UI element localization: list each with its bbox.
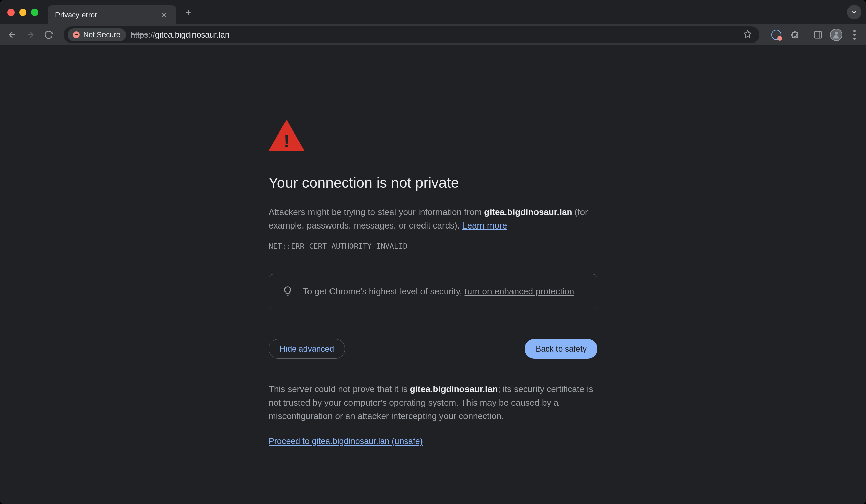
menu-button[interactable] xyxy=(848,28,861,42)
kebab-icon xyxy=(854,30,855,39)
headline: Your connection is not private xyxy=(269,174,597,191)
minimize-window-button[interactable] xyxy=(19,9,26,16)
lightbulb-icon xyxy=(282,286,292,297)
arrow-left-icon xyxy=(8,30,17,39)
notification-badge-icon xyxy=(771,30,781,40)
star-icon xyxy=(743,30,752,38)
url-host: gitea.bigdinosaur.lan xyxy=(155,30,229,39)
side-panel-button[interactable] xyxy=(811,28,825,42)
notifications-button[interactable] xyxy=(769,28,783,42)
profile-button[interactable] xyxy=(830,28,843,42)
page-content: ! Your connection is not private Attacke… xyxy=(0,45,866,504)
enhanced-protection-link[interactable]: turn on enhanced protection xyxy=(465,286,574,296)
button-row: Hide advanced Back to safety xyxy=(269,339,597,359)
reload-button[interactable] xyxy=(41,27,56,42)
warning-host: gitea.bigdinosaur.lan xyxy=(484,207,572,217)
browser-tab[interactable]: Privacy error × xyxy=(48,5,176,24)
toolbar-separator xyxy=(806,30,807,40)
url-scheme: https xyxy=(131,30,148,39)
reload-icon xyxy=(44,30,54,39)
arrow-right-icon xyxy=(26,30,35,39)
warning-body: Attackers might be trying to steal your … xyxy=(269,205,597,232)
tab-bar: Privacy error × + xyxy=(0,0,866,24)
avatar-icon xyxy=(830,29,842,41)
tab-title: Privacy error xyxy=(55,11,155,19)
hide-advanced-button[interactable]: Hide advanced xyxy=(269,339,345,359)
toolbar-actions xyxy=(769,28,861,42)
svg-point-5 xyxy=(834,32,837,35)
close-window-button[interactable] xyxy=(8,9,14,16)
proceed-unsafe-link[interactable]: Proceed to gitea.bigdinosaur.lan (unsafe… xyxy=(269,436,423,446)
bookmark-button[interactable] xyxy=(743,30,752,40)
advanced-host: gitea.bigdinosaur.lan xyxy=(410,384,498,394)
chevron-down-icon xyxy=(851,9,857,15)
tab-search-button[interactable] xyxy=(847,5,861,19)
learn-more-link[interactable]: Learn more xyxy=(462,220,507,230)
error-code: NET::ERR_CERT_AUTHORITY_INVALID xyxy=(269,242,597,251)
new-tab-button[interactable]: + xyxy=(181,5,196,20)
security-label: Not Secure xyxy=(83,31,120,39)
close-tab-icon[interactable]: × xyxy=(159,10,169,20)
not-secure-icon xyxy=(73,32,80,38)
address-bar[interactable]: Not Secure https://gitea.bigdinosaur.lan xyxy=(64,26,759,43)
svg-rect-3 xyxy=(814,32,822,38)
url-text: https://gitea.bigdinosaur.lan xyxy=(131,30,739,39)
person-icon xyxy=(832,30,841,39)
back-button[interactable] xyxy=(5,27,20,42)
toolbar: Not Secure https://gitea.bigdinosaur.lan xyxy=(0,24,866,45)
svg-marker-2 xyxy=(744,31,751,37)
advanced-explanation: This server could not prove that it is g… xyxy=(269,382,597,423)
panel-icon xyxy=(813,30,823,39)
security-chip[interactable]: Not Secure xyxy=(68,28,126,41)
window-controls xyxy=(8,9,38,16)
extensions-button[interactable] xyxy=(788,28,801,42)
maximize-window-button[interactable] xyxy=(31,9,38,16)
tip-text: To get Chrome's highest level of securit… xyxy=(303,286,574,297)
warning-triangle-icon: ! xyxy=(269,120,304,151)
puzzle-icon xyxy=(790,30,799,39)
enhanced-protection-tip: To get Chrome's highest level of securit… xyxy=(269,274,597,309)
browser-window: Privacy error × + Not Secure https://git… xyxy=(0,0,866,504)
back-to-safety-button[interactable]: Back to safety xyxy=(525,339,597,359)
forward-button[interactable] xyxy=(23,27,38,42)
ssl-interstitial: ! Your connection is not private Attacke… xyxy=(269,120,597,504)
